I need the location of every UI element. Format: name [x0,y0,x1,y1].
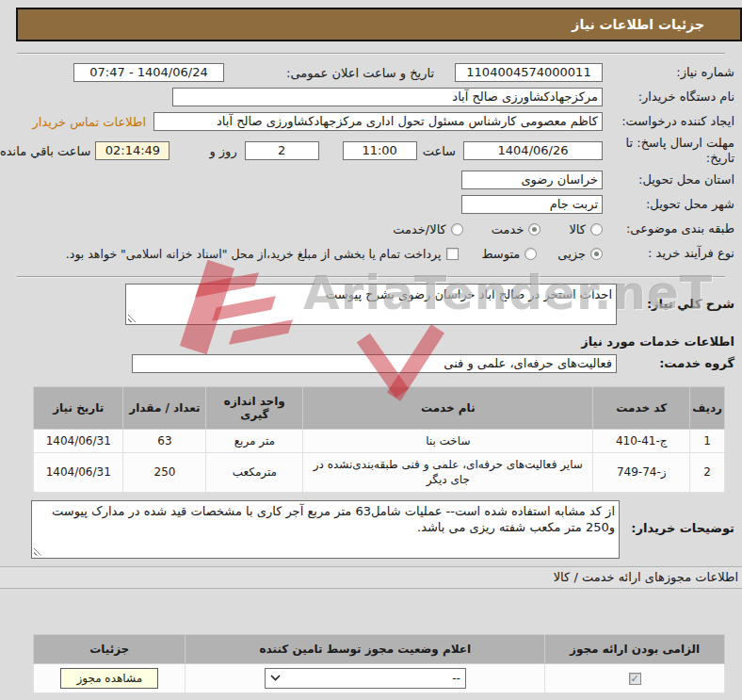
buyer-contact-link[interactable]: اطلاعات تماس خریدار [33,115,146,129]
request-creator-label: ایجاد کننده درخواست: [603,114,734,129]
table-cell: متر مربع [206,430,303,453]
services-table-header-row: ردیف کد خدمت نام خدمت واحد اندازه گیری ت… [34,387,725,430]
page-title-bar: جزئیات اطلاعات نیاز [16,8,742,41]
row-deadline: مهلت ارسال پاسخ: تا تاریخ: 1404/06/26 سا… [0,135,734,167]
publish-datetime-field[interactable]: 1404/06/24 - 07:47 [73,63,224,82]
row-category: طبقه بندی موضوعی: کالا خدمت کالا/خدمت [0,218,734,240]
deadline-date-field[interactable]: 1404/06/26 [463,141,603,160]
deadline-hour-label: ساعت [423,144,456,158]
radio-checked-icon[interactable] [590,248,603,260]
category-option-goods-service[interactable]: کالا/خدمت [393,222,463,236]
license-status-cell: -- [186,663,545,692]
checkbox-checked-icon [629,673,641,685]
column-header: جزئیات [34,634,186,663]
table-cell: ز-74-749 [593,453,690,492]
deadline-hour-field[interactable]: 11:00 [343,141,417,160]
table-cell: مترمکعب [206,453,303,492]
description-label: شرح کلي نیاز: [617,297,734,312]
table-cell: ساخت بنا [303,430,593,453]
select-value: -- [452,671,460,686]
buyer-notes-label: توضیحات خریدار: [620,521,734,536]
licenses-table-header-row: الزامی بودن ارائه مجوز اعلام وضعیت مجوز … [34,634,725,663]
column-header: کد خدمت [593,387,690,430]
row-province: استان محل تحویل: خراسان رضوی [0,169,734,191]
process-type-option-label: متوسط [481,247,520,261]
buyer-notes-text: از کد مشابه استفاده شده است-- عملیات شام… [52,504,615,535]
table-cell: سایر فعالیت‌های حرفه‌ای، علمی و فنی طبقه… [303,453,593,492]
table-row: 2 ز-74-749 سایر فعالیت‌های حرفه‌ای، علمی… [34,453,725,492]
description-text: احداث استخر در صالح اباد خراسان رضوی بشر… [326,287,612,301]
category-option-service[interactable]: خدمت [492,222,541,236]
column-header: نام خدمت [303,387,593,430]
deadline-remaining-field: 02:14:49 [95,141,169,160]
request-creator-field[interactable]: کاظم معصومی کارشناس مسئول تحول اداری مرک… [153,112,603,131]
table-row: -- مشاهده مجوز [34,663,725,692]
license-required-cell [545,663,725,692]
column-header: اعلام وضعیت مجوز توسط تامین کننده [186,634,545,663]
row-service-group: گروه خدمت: فعالیت‌های حرفه‌ای، علمی و فن… [0,352,734,375]
chevron-down-icon [270,675,281,681]
buyer-org-label: نام دستگاه خریدار: [603,90,734,105]
row-buyer-org: نام دستگاه خریدار: مرکزجهادکشاورزی صالح … [0,86,734,108]
licenses-section-title: اطلاعات مجوزهای ارائه خدمت / کالا [554,570,738,584]
divider [17,276,725,278]
service-group-label: گروه خدمت: [617,356,734,371]
need-details-form: شماره نیاز: 1104004574000011 تاریخ و ساع… [0,55,742,265]
treasury-payment-option[interactable]: پرداخت تمام یا بخشی از مبلغ خرید،از محل … [66,247,460,261]
treasury-payment-label: پرداخت تمام یا بخشی از مبلغ خرید،از محل … [66,247,442,261]
category-option-label: کالا [569,222,586,236]
table-cell: 1404/06/31 [34,453,123,492]
publish-datetime-label: تاریخ و ساعت اعلان عمومی: [287,66,434,80]
license-status-select[interactable]: -- [265,668,466,689]
need-number-label: شماره نیاز: [603,65,734,80]
city-label: شهر محل تحویل: [603,197,734,212]
column-header: ردیف [690,387,725,430]
license-details-cell: مشاهده مجوز [34,663,186,692]
process-type-option-medium[interactable]: متوسط [481,247,537,261]
radio-checked-icon[interactable] [528,223,540,236]
resize-handle-icon[interactable] [128,314,137,322]
table-cell: 1404/06/31 [34,430,123,453]
services-section-title: اطلاعات خدمات مورد نیاز [0,334,734,349]
province-field[interactable]: خراسان رضوی [461,171,603,189]
need-number-field[interactable]: 1104004574000011 [455,63,603,82]
licenses-section-bar: اطلاعات مجوزهای ارائه خدمت / کالا [0,566,742,589]
services-table: ردیف کد خدمت نام خدمت واحد اندازه گیری ت… [33,386,725,493]
table-cell: 63 [123,430,206,453]
view-license-button[interactable]: مشاهده مجوز [60,668,158,689]
table-cell: ج-41-410 [593,430,690,453]
province-label: استان محل تحویل: [603,172,734,187]
deadline-remaining-label: ساعت باقي مانده [0,144,90,158]
row-city: شهر محل تحویل: تربت جام [0,193,734,216]
process-type-option-minor[interactable]: جزیی [557,247,603,261]
page-title: جزئیات اطلاعات نیاز [572,17,704,32]
category-option-label: خدمت [492,222,524,236]
row-need-number: شماره نیاز: 1104004574000011 تاریخ و ساع… [0,61,734,84]
deadline-days-label: روز و [209,144,236,158]
deadline-days-field[interactable]: 2 [245,141,319,160]
licenses-table: الزامی بودن ارائه مجوز اعلام وضعیت مجوز … [33,634,725,693]
column-header: واحد اندازه گیری [206,387,303,430]
radio-icon[interactable] [451,223,463,236]
process-type-option-label: جزیی [557,247,586,261]
checkbox-icon[interactable] [446,248,459,260]
row-buyer-notes: توضیحات خریدار: از کد مشابه استفاده شده … [0,500,734,559]
buyer-org-field[interactable]: مرکزجهادکشاورزی صالح آباد [172,88,603,106]
table-cell: 1 [690,430,725,453]
column-header: الزامی بودن ارائه مجوز [545,634,725,663]
column-header: تعداد / مقدار [123,387,206,430]
category-label: طبقه بندی موضوعی: [603,221,734,236]
table-row: 1 ج-41-410 ساخت بنا متر مربع 63 1404/06/… [34,430,725,453]
radio-icon[interactable] [524,248,537,260]
table-cell: 250 [123,453,206,492]
city-field[interactable]: تربت جام [461,195,603,214]
buyer-notes-textarea[interactable]: از کد مشابه استفاده شده است-- عملیات شام… [31,500,620,559]
radio-icon[interactable] [590,223,603,236]
description-textarea[interactable]: احداث استخر در صالح اباد خراسان رضوی بشر… [125,284,617,325]
row-request-creator: ایجاد کننده درخواست: کاظم معصومی کارشناس… [0,110,734,133]
service-group-field[interactable]: فعالیت‌های حرفه‌ای، علمی و فنی [132,354,617,373]
process-type-label: نوع فرآیند خرید : [603,246,734,261]
category-option-goods[interactable]: کالا [569,222,603,236]
row-process-type: نوع فرآیند خرید : جزیی متوسط پرداخت تمام… [0,242,734,265]
resize-handle-icon[interactable] [34,547,42,556]
